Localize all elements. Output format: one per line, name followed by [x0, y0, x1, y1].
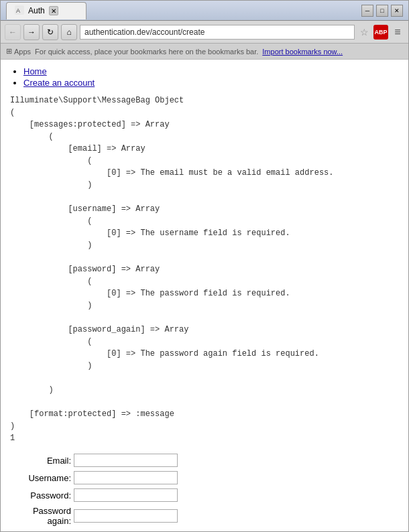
menu-button[interactable]: ≡ [391, 25, 404, 39]
nav-links: Home Create an account [10, 66, 399, 88]
apps-bookmark[interactable]: ⊞ Apps [6, 47, 31, 56]
address-bar[interactable]: authentication.dev/account/create [80, 25, 355, 40]
password-again-input[interactable] [74, 509, 178, 523]
debug-output: Illuminate\Support\MessageBag Object ( [… [10, 94, 399, 444]
minimize-button[interactable]: ─ [361, 5, 373, 17]
title-bar: A Auth ✕ ─ □ ✕ [1, 1, 408, 21]
username-input[interactable] [74, 471, 178, 484]
close-button[interactable]: ✕ [391, 5, 403, 17]
reload-button[interactable]: ↻ [42, 24, 58, 40]
bookmarks-bar: ⊞ Apps For quick access, place your book… [1, 44, 408, 60]
browser-window: A Auth ✕ ─ □ ✕ ← → ↻ ⌂ authentication.de… [0, 0, 409, 532]
submit-row: Create account [10, 530, 399, 531]
password-label: Password: [10, 490, 74, 501]
password-again-row: Password again: [10, 506, 399, 526]
abp-button[interactable]: ABP [373, 25, 388, 40]
svg-text:A: A [16, 7, 20, 14]
bookmarks-hint-text: For quick access, place your bookmarks h… [35, 48, 258, 56]
email-row: Email: [10, 454, 399, 467]
email-input[interactable] [74, 454, 178, 467]
username-row: Username: [10, 471, 399, 484]
tab-close-button[interactable]: ✕ [49, 6, 58, 15]
window-controls: ─ □ ✕ [361, 5, 403, 17]
browser-tab[interactable]: A Auth ✕ [6, 2, 86, 19]
nav-bar: ← → ↻ ⌂ authentication.dev/account/creat… [1, 21, 408, 44]
tab-label: Auth [28, 6, 45, 15]
url-text: authentication.dev/account/create [84, 27, 204, 37]
password-input[interactable] [74, 488, 178, 502]
bookmark-star-button[interactable]: ☆ [357, 25, 371, 39]
apps-grid-icon: ⊞ [6, 47, 12, 56]
password-again-label: Password again: [10, 506, 74, 526]
maximize-button[interactable]: □ [376, 5, 388, 17]
password-row: Password: [10, 488, 399, 502]
forward-button[interactable]: → [23, 24, 40, 40]
create-account-form: Email: Username: Password: Password agai… [10, 454, 399, 531]
tab-icon: A [15, 5, 24, 17]
page-content: Home Create an account Illuminate\Suppor… [1, 60, 408, 531]
back-button[interactable]: ← [5, 24, 21, 40]
apps-label: Apps [14, 48, 31, 56]
username-label: Username: [10, 473, 74, 483]
home-link[interactable]: Home [23, 66, 47, 76]
create-account-nav-link[interactable]: Create an account [23, 78, 95, 88]
home-button[interactable]: ⌂ [61, 24, 77, 40]
import-bookmarks-link[interactable]: Import bookmarks now... [262, 48, 343, 56]
email-label: Email: [10, 456, 74, 466]
